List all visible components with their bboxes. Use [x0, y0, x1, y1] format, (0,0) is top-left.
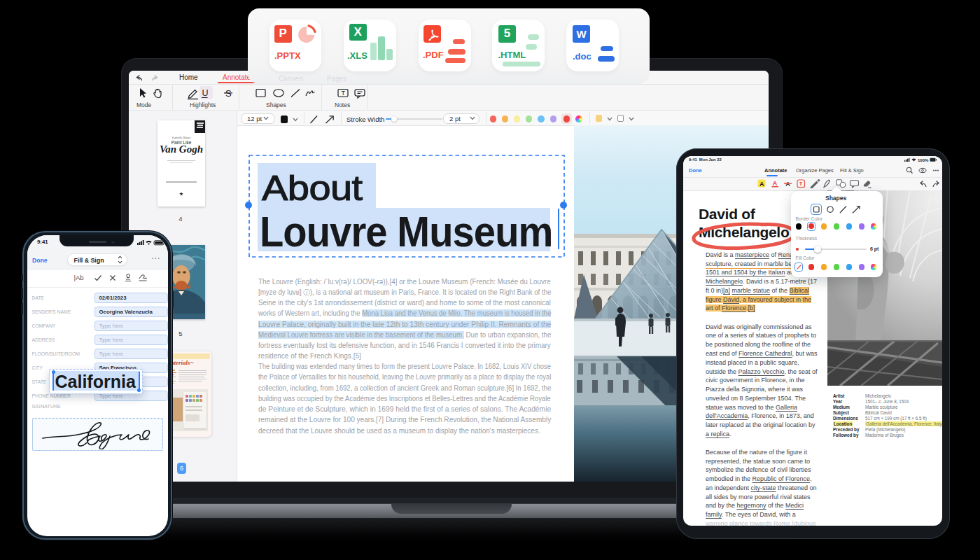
svg-text:A: A	[760, 181, 764, 188]
svg-text:A: A	[773, 179, 778, 187]
svg-text:100%: 100%	[918, 158, 929, 162]
svg-text:T: T	[342, 90, 346, 97]
svg-text:U: U	[202, 88, 209, 98]
svg-text:T: T	[799, 181, 803, 187]
